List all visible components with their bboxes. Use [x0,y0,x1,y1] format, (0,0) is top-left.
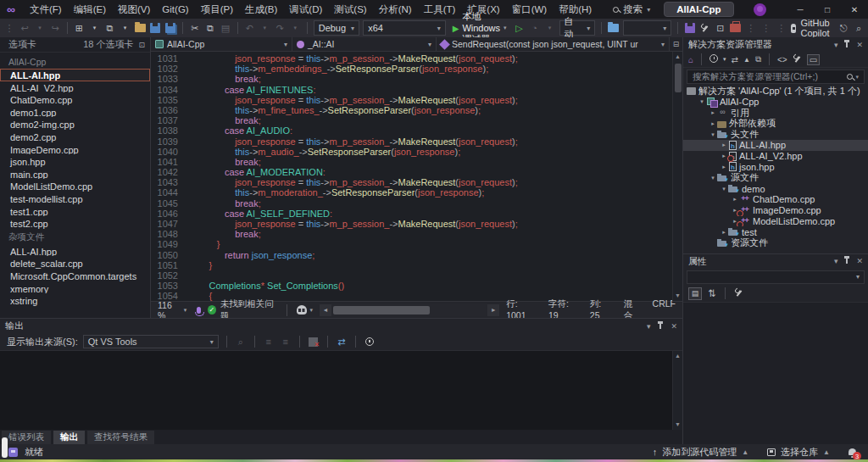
code-line[interactable]: 1043 json_response = this->m_p_session_-… [151,177,672,187]
feedback-tool-icon[interactable]: ⊡ [715,20,726,36]
expanded-arrow-icon[interactable]: ▾ [720,186,728,192]
code-area[interactable]: 1031 json_response = this->m_p_session_-… [151,52,682,301]
collapsed-arrow-icon[interactable]: ▸ [720,229,728,236]
undo-icon[interactable]: ↶ [243,20,255,36]
collapsed-arrow-icon[interactable]: ▸ [720,142,728,148]
tree-row[interactable]: ▾▼头文件 [683,129,868,140]
tree-row[interactable]: ▾AllAI-Cpp [683,97,868,108]
chevron-down-icon[interactable]: ▾ [259,20,270,36]
alphabetical-sort-icon[interactable]: ⇅ [708,287,716,299]
close-button[interactable]: ✕ [841,0,868,19]
wrench-icon[interactable] [699,20,711,36]
editor-vertical-scrollbar[interactable]: ▲ ▼ [672,52,682,301]
preview-selected-items-icon[interactable]: ▭ [807,54,820,65]
accessibility-mic-icon[interactable] [197,307,201,314]
switch-views-icon[interactable]: ⌂ [688,55,693,64]
pin-icon[interactable] [846,259,848,264]
collapse-all-icon[interactable]: ▲ [743,56,750,64]
save-backup-icon[interactable] [684,20,696,36]
save-all-icon[interactable] [164,20,176,36]
bottom-tab-item[interactable]: 错误列表 [2,431,51,444]
tree-row[interactable]: ▸外部依赖项 [683,118,868,129]
bottom-tab-active[interactable]: 输出 [53,431,85,444]
tree-row[interactable]: ▾▼源文件 [683,172,868,183]
collapsed-arrow-icon[interactable]: ▸ [731,196,739,203]
tab-list-item[interactable]: ChatDemo.cpp [0,93,150,106]
split-editor-icon[interactable]: ⊟ [670,37,682,51]
tabs-options-icon[interactable]: ⊡ [138,41,145,49]
collapsed-arrow-icon[interactable]: ▸ [720,164,728,170]
pin-icon[interactable] [846,42,848,47]
share-icon[interactable]: ⎋ [837,20,849,36]
expanded-arrow-icon[interactable]: ▾ [698,98,706,105]
scrollbar-thumb[interactable] [333,306,430,314]
code-line[interactable]: 1041 break; [151,157,672,167]
goto-next-icon[interactable]: ≡ [280,334,292,349]
select-repository-button[interactable]: 选择仓库 ▲ [767,446,830,459]
expanded-arrow-icon[interactable]: ▾ [709,131,717,138]
tab-list-item[interactable]: Microsoft.CppCommon.targets [0,270,150,282]
code-line[interactable]: 1054 { [151,291,672,301]
scroll-down-icon[interactable]: ▼ [675,291,681,301]
scroll-right-icon[interactable]: ► [487,304,499,316]
editor-horizontal-scrollbar[interactable]: ◄ ► [320,304,499,316]
tab-list-item[interactable]: test-modellist.cpp [0,192,150,205]
toolbar-grip[interactable]: ⋮ [3,20,15,36]
copilot-status-button[interactable]: ▾ [297,305,314,314]
properties-copy-icon[interactable]: ⧉ [755,54,761,64]
code-line[interactable]: 1039 json_response = this->m_p_session_-… [151,136,672,147]
word-wrap-icon[interactable]: ⇄ [336,334,348,349]
code-line[interactable]: 1033 break; [151,74,672,84]
code-line[interactable]: 1042 case AI_MODERATION: [151,167,672,177]
code-line[interactable]: 1032 this->m_embeddings_->SetResponsePar… [151,64,672,74]
paste-icon[interactable]: ▤ [220,20,231,36]
feedback-icon[interactable]: ⌕ [853,20,865,36]
sync-icon[interactable]: ⇄ [732,55,738,64]
scope-dropdown[interactable]: _AI::AI ▾ [292,37,437,51]
tab-list-item[interactable]: demo2.cpp [0,131,150,143]
find-combo[interactable]: ▾ [623,20,672,36]
tab-list-item[interactable]: ALL-AI_V2.hpp [0,81,150,94]
tab-list-item[interactable]: test1.cpp [0,205,150,218]
code-line[interactable]: 1051 } [151,260,672,270]
solution-explorer-search[interactable]: 搜索解决方案资源管理器(Ctrl+;) ▾ [687,70,865,84]
new-file-icon[interactable]: ⊞ [73,20,85,36]
menu-item[interactable]: 测试(S) [328,0,372,19]
scroll-left-icon[interactable]: ◄ [320,304,331,316]
show-all-files-icon[interactable]: <> [777,55,787,64]
code-line[interactable]: 1045 break; [151,198,672,209]
chevron-down-icon[interactable]: ▾ [544,20,556,36]
start-without-debugging-icon[interactable]: ▷ [514,20,526,36]
overflow-icon[interactable]: ⋮ [760,20,772,36]
chevron-down-icon[interactable]: ▾ [289,20,301,36]
scrollbar-thumb[interactable] [675,64,682,92]
github-copilot-button[interactable]: GitHub Copilot [791,18,834,38]
tab-list-item[interactable]: ModelListDemo.cpp [0,180,150,192]
window-position-icon[interactable]: ▾ [834,257,838,265]
menu-item[interactable]: 窗口(W) [506,0,554,19]
avatar[interactable] [754,3,766,16]
menu-item[interactable]: 视图(V) [112,0,156,19]
output-vertical-scrollbar[interactable]: ▲ ▼ [672,351,682,430]
code-line[interactable]: 1049 } [151,239,672,249]
code-line[interactable]: 1046 case AI_SELF_DEFINED: [151,209,672,219]
tree-row[interactable]: ▸▼test [683,226,868,237]
open-folder-icon[interactable] [134,20,146,36]
browse-folder-icon[interactable] [608,20,620,36]
property-pages-wrench-icon[interactable] [734,288,743,299]
bottom-tab-item[interactable]: 查找符号结果 [87,431,154,444]
zoom-dropdown[interactable]: 116 % ▾ [158,300,190,320]
wrench-icon[interactable] [793,54,802,65]
profiler-icon[interactable]: ◔ [529,20,541,36]
tree-row[interactable]: ▸++ModelListDemo.cpp [683,216,868,227]
code-line[interactable]: 1036 this->m_fine_tunes_->SetResponsePar… [151,105,672,115]
project-dropdown[interactable]: AllAI-Cpp ▾ [151,37,292,51]
redo-icon[interactable]: ↷ [274,20,286,36]
solution-configuration-dropdown[interactable]: Debug▾ [314,20,359,36]
overflow-icon[interactable]: ⋮ [776,20,787,36]
tab-list-item[interactable]: xmemory [0,282,150,295]
scroll-up-icon[interactable]: ▲ [675,351,681,361]
tab-list-item[interactable]: ALL-AI.hpp [0,69,150,81]
save-icon[interactable] [149,20,161,36]
output-source-dropdown[interactable]: Qt VS Tools ▾ [83,335,219,348]
